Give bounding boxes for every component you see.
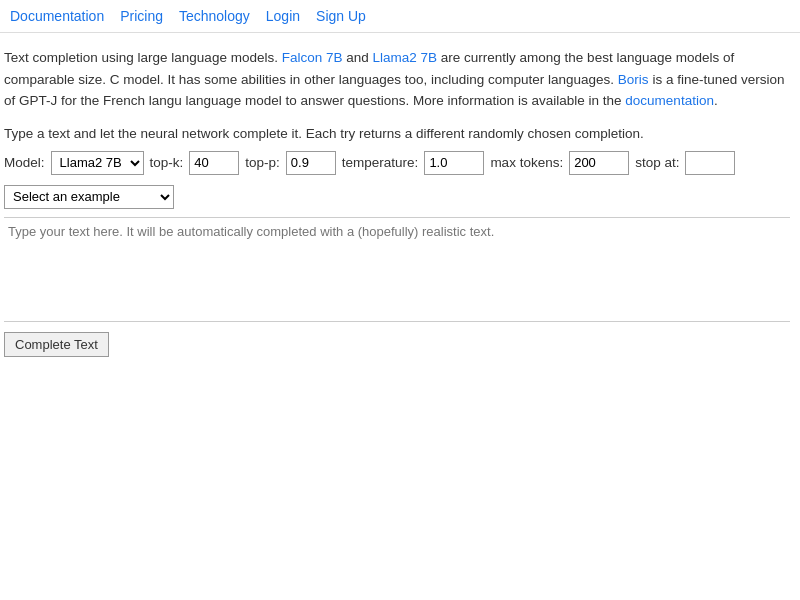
- description-and: and: [342, 50, 372, 65]
- topp-input[interactable]: [286, 151, 336, 175]
- example-row: Select an example: [4, 185, 790, 209]
- description-text-end: .: [714, 93, 718, 108]
- text-input[interactable]: [4, 218, 790, 318]
- nav-pricing[interactable]: Pricing: [120, 8, 163, 24]
- nav-signup[interactable]: Sign Up: [316, 8, 366, 24]
- nav-documentation[interactable]: Documentation: [10, 8, 104, 24]
- topp-label: top-p:: [245, 155, 280, 170]
- model-select[interactable]: Llama2 7B Falcon 7B Boris: [51, 151, 144, 175]
- temperature-input[interactable]: [424, 151, 484, 175]
- description-text: Text completion using large language mod…: [4, 47, 790, 112]
- divider-bottom: [4, 321, 790, 322]
- topk-label: top-k:: [150, 155, 184, 170]
- topk-input[interactable]: [189, 151, 239, 175]
- textarea-wrapper: [4, 218, 790, 321]
- description-text-before-falcon: Text completion using large language mod…: [4, 50, 282, 65]
- llama-link[interactable]: Llama2 7B: [373, 50, 438, 65]
- main-content: Text completion using large language mod…: [0, 33, 800, 367]
- maxtokens-label: max tokens:: [490, 155, 563, 170]
- stopat-label: stop at:: [635, 155, 679, 170]
- maxtokens-input[interactable]: [569, 151, 629, 175]
- complete-btn-row: Complete Text: [4, 332, 790, 357]
- boris-link[interactable]: Boris: [618, 72, 649, 87]
- main-nav: Documentation Pricing Technology Login S…: [0, 0, 800, 33]
- nav-login[interactable]: Login: [266, 8, 300, 24]
- complete-button[interactable]: Complete Text: [4, 332, 109, 357]
- falcon-link[interactable]: Falcon 7B: [282, 50, 343, 65]
- stopat-input[interactable]: [685, 151, 735, 175]
- controls-row: Model: Llama2 7B Falcon 7B Boris top-k: …: [4, 151, 790, 175]
- instruction-text: Type a text and let the neural network c…: [4, 126, 790, 141]
- nav-technology[interactable]: Technology: [179, 8, 250, 24]
- model-label: Model:: [4, 155, 45, 170]
- documentation-link[interactable]: documentation: [625, 93, 714, 108]
- temperature-label: temperature:: [342, 155, 419, 170]
- example-select[interactable]: Select an example: [4, 185, 174, 209]
